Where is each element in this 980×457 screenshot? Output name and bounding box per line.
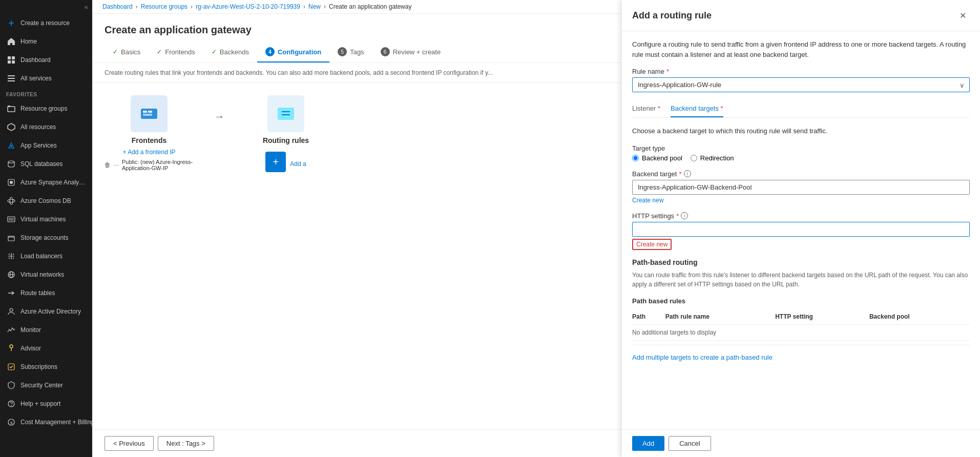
rule-name-input[interactable] (632, 77, 970, 92)
delete-frontend-icon[interactable]: 🗑 (105, 161, 111, 169)
http-settings-info-icon[interactable]: i (681, 212, 688, 219)
svg-rect-8 (8, 106, 10, 107)
sidebar-item-help-support[interactable]: Help + support (0, 394, 92, 413)
step-num-tags: 5 (338, 47, 347, 56)
breadcrumb-rg[interactable]: rg-av-Azure-West-US-2-10-20-719939 (196, 3, 300, 10)
add-frontend-ip-link[interactable]: + Add a frontend IP (122, 149, 175, 156)
sidebar: « + Create a resource Home Dashboard All… (0, 0, 92, 457)
sidebar-item-advisor[interactable]: Advisor (0, 339, 92, 358)
sidebar-item-route-tables[interactable]: Route tables (0, 284, 92, 302)
create-new-http-link[interactable]: Create new (632, 239, 672, 250)
breadcrumb-resource-groups[interactable]: Resource groups (141, 3, 187, 10)
create-new-backend-link[interactable]: Create new (632, 197, 970, 204)
svg-point-14 (8, 199, 15, 202)
add-routing-link[interactable]: Add a (290, 160, 306, 168)
tab-frontends[interactable]: ✓ Frontends (149, 43, 203, 62)
panel-tab-backend-targets[interactable]: Backend targets * (671, 100, 723, 117)
path-based-routing-section: Path-based routing You can route traffic… (632, 258, 970, 361)
security-center-icon (6, 380, 16, 390)
add-routing-rule-panel: Add a routing rule ✕ Configure a routing… (621, 0, 980, 457)
subscriptions-icon (6, 362, 16, 372)
panel-tab-listener[interactable]: Listener * (632, 100, 660, 117)
route-tables-icon (6, 288, 16, 298)
svg-marker-9 (8, 123, 15, 131)
svg-point-15 (10, 197, 13, 204)
tab-tags[interactable]: 5 Tags (329, 42, 372, 63)
frontend-icon-box (131, 95, 168, 132)
sidebar-item-load-balancers[interactable]: Load balancers (0, 247, 92, 265)
path-based-routing-desc: You can route traffic from this rule's l… (632, 271, 970, 289)
tab-backends[interactable]: ✓ Backends (203, 43, 257, 62)
panel-close-button[interactable]: ✕ (955, 8, 970, 23)
panel-description: Configure a routing rule to send traffic… (632, 39, 970, 59)
sidebar-item-all-services[interactable]: All services (0, 69, 92, 88)
sidebar-item-app-services[interactable]: App Services (0, 136, 92, 155)
frontend-ip-item: 🗑 ··· Public: (new) Azure-Ingress-Applic… (105, 159, 194, 171)
routing-icon-box (267, 95, 304, 132)
help-icon (6, 399, 16, 409)
svg-rect-1 (12, 56, 15, 59)
panel-add-button[interactable]: Add (632, 436, 664, 451)
backend-target-info-icon[interactable]: i (684, 170, 691, 177)
breadcrumb-dashboard[interactable]: Dashboard (102, 3, 133, 10)
svg-rect-17 (9, 218, 14, 221)
sidebar-item-virtual-networks[interactable]: Virtual networks (0, 265, 92, 284)
sidebar-item-subscriptions[interactable]: Subscriptions (0, 358, 92, 376)
sidebar-item-cosmos-db[interactable]: Azure Cosmos DB (0, 192, 92, 210)
svg-rect-33 (148, 111, 152, 113)
svg-point-10 (10, 145, 12, 147)
sidebar-item-security-center[interactable]: Security Center (0, 376, 92, 394)
sidebar-item-azure-synapse[interactable]: Azure Synapse Analytics (f... (0, 173, 92, 192)
sidebar-item-azure-ad[interactable]: Azure Active Directory (0, 302, 92, 321)
svg-point-24 (10, 345, 13, 348)
backend-target-select[interactable]: Ingress-Application-GW-Backend-Pool (632, 180, 970, 195)
vnet-icon (6, 269, 16, 280)
cost-management-icon: $ (6, 417, 16, 427)
svg-rect-32 (143, 111, 147, 113)
sidebar-item-sql-databases[interactable]: SQL databases (0, 155, 92, 173)
http-settings-select[interactable] (632, 222, 970, 237)
backend-targets-content: Choose a backend target to which this ro… (632, 126, 970, 361)
sidebar-item-storage-accounts[interactable]: Storage accounts (0, 228, 92, 247)
sidebar-item-create-resource[interactable]: + Create a resource (0, 14, 92, 32)
tab-basics[interactable]: ✓ Basics (105, 43, 149, 62)
check-icon-frontends: ✓ (157, 48, 162, 55)
svg-point-28 (11, 405, 12, 406)
svg-rect-2 (8, 60, 11, 64)
add-multiple-targets-link[interactable]: Add multiple targets to create a path-ba… (632, 354, 773, 361)
tab-configuration[interactable]: 4 Configuration (257, 42, 329, 63)
svg-rect-0 (8, 56, 11, 59)
next-button[interactable]: Next : Tags > (158, 436, 214, 451)
sidebar-item-home[interactable]: Home (0, 32, 92, 51)
svg-point-11 (8, 161, 14, 163)
sidebar-item-monitor[interactable]: Monitor (0, 321, 92, 339)
svg-rect-4 (8, 75, 15, 76)
radio-backend-pool[interactable]: Backend pool (632, 154, 682, 162)
sidebar-item-dashboard[interactable]: Dashboard (0, 51, 92, 69)
required-indicator: * (666, 68, 669, 75)
sidebar-item-all-resources[interactable]: All resources (0, 118, 92, 136)
target-type-field: Target type Backend pool Redirection (632, 144, 970, 162)
dashboard-icon (6, 55, 16, 65)
check-icon-backends: ✓ (212, 48, 217, 55)
panel-cancel-button[interactable]: Cancel (669, 436, 711, 451)
sidebar-item-virtual-machines[interactable]: Virtual machines (0, 210, 92, 228)
sidebar-item-resource-groups[interactable]: Resource groups (0, 99, 92, 118)
add-routing-rule-btn[interactable]: + (265, 152, 286, 172)
frontend-card-title: Frontends (132, 136, 166, 144)
tab-review-create[interactable]: 6 Review + create (372, 42, 449, 63)
routing-card: Routing rules + Add a (245, 95, 327, 176)
path-based-rules-label: Path based rules (632, 297, 970, 305)
panel-title: Add a routing rule (632, 10, 712, 21)
prev-button[interactable]: < Previous (105, 436, 154, 451)
backend-target-select-wrapper: Ingress-Application-GW-Backend-Pool (632, 180, 970, 195)
sidebar-item-cost-management[interactable]: $ Cost Management + Billing (0, 413, 92, 431)
frontend-ip-label: Public: (new) Azure-Ingress-Application-… (122, 159, 194, 171)
svg-rect-35 (278, 108, 294, 120)
more-frontend-icon[interactable]: ··· (114, 161, 119, 169)
breadcrumb-new[interactable]: New (308, 3, 321, 10)
svg-text:$: $ (10, 421, 13, 425)
all-services-icon (6, 73, 16, 84)
sidebar-collapse-btn[interactable]: « (0, 0, 92, 14)
radio-redirection[interactable]: Redirection (691, 154, 734, 162)
